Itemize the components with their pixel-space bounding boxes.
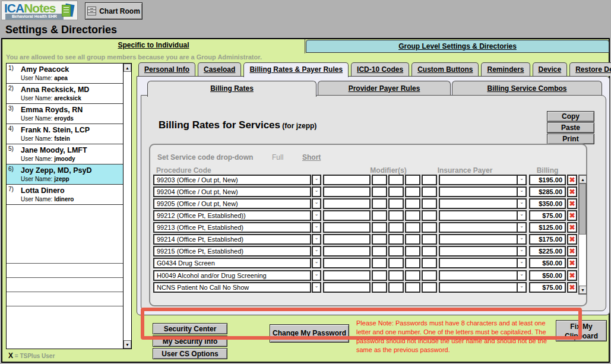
subtab-billing-service-combos[interactable]: Billing Service Combos [452,81,602,96]
list-item-provider[interactable]: 1)Amy PeacockUser Name: apea [7,64,124,84]
modifier-input[interactable] [422,198,437,209]
modifier-input[interactable] [422,222,437,233]
procedure-code-input[interactable] [323,222,371,233]
insurance-payer-input[interactable] [439,282,518,293]
tab-device[interactable]: Device [533,62,568,76]
modifier-input[interactable] [422,210,437,221]
subtab-provider-payer-rules[interactable]: Provider Payer Rules [318,81,451,96]
change-password-button[interactable]: Change My Password [270,324,349,343]
procedure-code-select[interactable]: 99215 (Office Pt, Established) [153,246,311,257]
delete-row-button[interactable]: ✖ [567,198,577,209]
billing-amount-input[interactable]: $125.00 [529,222,566,233]
modifier-input[interactable] [388,222,404,233]
procedure-code-select[interactable]: 99205 (Office / Out pt, New) [153,198,311,209]
chevron-down-icon[interactable]: ⌄ [518,186,527,197]
list-item-provider[interactable]: 4)Frank N. Stein, LCPUser Name: fstein [7,124,124,144]
insurance-payer-input[interactable] [439,234,518,245]
tab-billing-rates-payer-rules[interactable]: Billing Rates & Payer Rules [243,62,349,77]
list-item-provider[interactable]: 7)Lotta DineroUser Name: ldinero [7,185,124,205]
scroll-up-icon[interactable]: ▲ [579,175,587,183]
modifier-input[interactable] [388,210,404,221]
tab-group-level-settings[interactable]: Group Level Settings & Directories [306,40,609,53]
paste-button[interactable]: Paste [547,122,594,133]
fix-my-clipboard-button[interactable]: Fix My Clipboard [556,320,607,341]
procedure-code-input[interactable] [323,198,371,209]
chevron-down-icon[interactable]: ⌄ [312,282,321,293]
chevron-down-icon[interactable]: ⌄ [312,234,321,245]
modifier-input[interactable] [372,198,387,209]
modifier-input[interactable] [372,258,387,268]
modifier-input[interactable] [372,246,387,257]
procedure-code-select[interactable]: 99204 (Office / Out pt, New) [153,186,311,197]
modifier-input[interactable] [372,210,387,221]
modifier-input[interactable] [372,175,387,185]
chevron-down-icon[interactable]: ⌄ [518,210,527,221]
my-security-info-button[interactable]: My Security Info [153,335,227,347]
tab-icd-10-codes[interactable]: ICD-10 Codes [351,62,409,76]
procedure-code-select[interactable]: H0049 Alcohol and/or Drug Screening [153,270,311,281]
procedure-code-input[interactable] [323,258,371,268]
billing-amount-input[interactable]: $75.00 [529,210,566,221]
tab-reminders[interactable]: Reminders [481,62,530,76]
modifier-input[interactable] [388,198,404,209]
tab-personal-info[interactable]: Personal Info [138,62,195,76]
procedure-code-input[interactable] [323,246,371,257]
delete-row-button[interactable]: ✖ [567,234,577,245]
insurance-payer-input[interactable] [439,222,518,233]
delete-row-button[interactable]: ✖ [567,246,577,257]
chevron-down-icon[interactable]: ⌄ [518,234,527,245]
chart-room-button[interactable]: Chart Room [85,2,143,20]
scrollbar-thumb[interactable] [579,183,586,235]
provider-list-scrollbar[interactable]: ▲ ▼ [123,64,131,349]
scroll-up-icon[interactable]: ▲ [124,64,131,72]
security-center-button[interactable]: Security Center [153,323,227,334]
modifier-input[interactable] [405,258,420,268]
procedure-code-select[interactable]: G0434 Drug Screen [153,258,311,268]
modifier-input[interactable] [388,270,404,281]
chevron-down-icon[interactable]: ⌄ [518,246,527,257]
modifier-input[interactable] [372,186,387,197]
modifier-input[interactable] [422,234,437,245]
insurance-payer-input[interactable] [439,258,518,268]
procedure-code-input[interactable] [323,210,371,221]
modifier-input[interactable] [405,246,420,257]
tab-caseload[interactable]: Caseload [198,62,241,76]
insurance-payer-input[interactable] [439,210,518,221]
billing-amount-input[interactable]: $175.00 [529,234,566,245]
chevron-down-icon[interactable]: ⌄ [312,270,321,281]
list-item-provider[interactable]: 2)Anna Recksick, MDUser Name: arecksick [7,84,124,104]
copy-button[interactable]: Copy [547,111,594,122]
billing-amount-input[interactable]: $50.00 [529,270,566,281]
chevron-down-icon[interactable]: ⌄ [518,175,527,185]
delete-row-button[interactable]: ✖ [567,282,577,293]
chevron-down-icon[interactable]: ⌄ [518,258,527,268]
modifier-input[interactable] [388,258,404,268]
modifier-input[interactable] [422,282,437,293]
delete-row-button[interactable]: ✖ [567,258,577,268]
insurance-payer-input[interactable] [439,270,518,281]
list-item-provider[interactable]: 3)Emma Royds, RNUser Name: eroyds [7,104,124,124]
procedure-code-input[interactable] [323,282,371,293]
chevron-down-icon[interactable]: ⌄ [518,222,527,233]
procedure-code-select[interactable]: 99214 (Office Pt, Established) [153,234,311,245]
modifier-input[interactable] [372,270,387,281]
chevron-down-icon[interactable]: ⌄ [312,246,321,257]
modifier-input[interactable] [388,175,404,185]
tab-restore-deleted[interactable]: Restore Deleted [569,62,611,76]
procedure-code-input[interactable] [323,234,371,245]
billing-amount-input[interactable]: $195.00 [529,175,566,185]
chevron-down-icon[interactable]: ⌄ [518,198,527,209]
modifier-input[interactable] [372,222,387,233]
modifier-input[interactable] [422,258,437,268]
tab-specific-to-individual[interactable]: Specific to Individual [2,39,305,53]
table-scrollbar[interactable]: ▲ ▼ [578,175,587,295]
modifier-input[interactable] [388,234,404,245]
modifier-input[interactable] [405,270,420,281]
procedure-code-select[interactable]: 99213 (Office Pt, Established) [153,222,311,233]
delete-row-button[interactable]: ✖ [567,270,577,281]
modifier-input[interactable] [405,210,420,221]
modifier-input[interactable] [372,234,387,245]
procedure-code-input[interactable] [323,186,371,197]
modifier-input[interactable] [388,186,404,197]
procedure-code-select[interactable]: 99212 (Office Pt, Established)) [153,210,311,221]
